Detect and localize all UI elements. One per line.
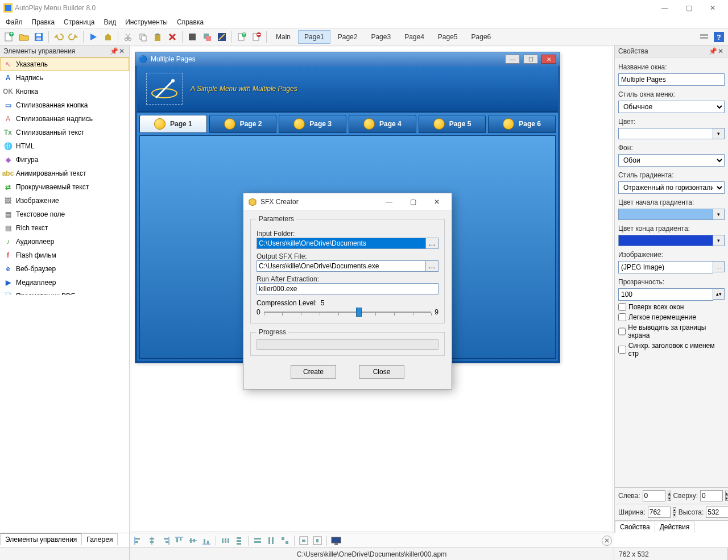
preview-tab[interactable]: Page 2 — [209, 115, 277, 133]
tab-actions[interactable]: Действия — [655, 521, 695, 533]
menu-style-select[interactable]: Обычное — [618, 101, 725, 113]
close-align-button[interactable]: ✕ — [602, 536, 612, 546]
menu-edit[interactable]: Правка — [27, 17, 60, 27]
align-vcenter-button[interactable] — [187, 535, 199, 546]
output-file-field[interactable] — [257, 260, 426, 272]
browse-output-button[interactable]: … — [426, 260, 439, 272]
tool-item[interactable]: abcАнимированный текст — [0, 167, 129, 180]
delpage-button[interactable] — [250, 30, 263, 44]
left-dim-spinner[interactable]: ▴▾ — [668, 491, 671, 501]
align-left-button[interactable] — [132, 535, 144, 546]
delete-button[interactable] — [166, 30, 179, 44]
height-dim-field[interactable] — [706, 507, 728, 518]
window-list-button[interactable] — [697, 30, 711, 44]
preview-titlebar[interactable]: 🔵 Multiple Pages — ☐ ✕ — [135, 52, 560, 66]
options-button[interactable] — [215, 30, 229, 44]
new-button[interactable]: + — [2, 30, 16, 44]
maximize-button[interactable]: ▢ — [677, 0, 701, 16]
color-dropdown[interactable]: ▾ — [713, 128, 725, 139]
preview-close-button[interactable]: ✕ — [541, 55, 556, 64]
color-swatch[interactable] — [618, 128, 713, 139]
window-name-field[interactable] — [618, 73, 725, 86]
topmost-checkbox[interactable] — [618, 303, 626, 311]
menu-view[interactable]: Вид — [99, 17, 121, 27]
tool-item[interactable]: fFlash фильм — [0, 248, 129, 262]
preview-tab[interactable]: Page 6 — [488, 115, 556, 133]
pagetab-main[interactable]: Main — [270, 30, 297, 44]
same-size-button[interactable] — [279, 535, 291, 546]
test-screen-button[interactable] — [330, 535, 342, 546]
tool-item[interactable]: eВеб-браузер — [0, 262, 129, 276]
align-right-button[interactable] — [159, 535, 172, 546]
props-button[interactable] — [185, 30, 199, 44]
align-top-button[interactable] — [173, 535, 185, 546]
grad-end-dropdown[interactable]: ▾ — [713, 235, 725, 246]
tool-item[interactable]: ♪Аудиоплеер — [0, 235, 129, 248]
tool-item[interactable]: 🖼Изображение — [0, 194, 129, 208]
build-button[interactable] — [101, 30, 115, 44]
image-field[interactable] — [618, 261, 713, 273]
center-v-button[interactable] — [311, 535, 324, 546]
bringfront-button[interactable] — [200, 30, 214, 44]
save-button[interactable] — [32, 30, 46, 44]
copy-button[interactable] — [136, 30, 150, 44]
top-dim-field[interactable] — [700, 490, 723, 501]
pagetab-page6[interactable]: Page6 — [465, 30, 498, 44]
compression-slider[interactable] — [264, 307, 432, 317]
close-icon[interactable]: ✕ — [717, 47, 725, 55]
preview-min-button[interactable]: — — [505, 55, 520, 64]
tool-item[interactable]: ◆Фигура — [0, 153, 129, 167]
align-bottom-button[interactable] — [200, 535, 213, 546]
tool-item[interactable]: 🌐HTML — [0, 139, 129, 153]
cut-button[interactable] — [121, 30, 135, 44]
tool-item[interactable]: ↖Указатель — [0, 57, 129, 71]
pin-icon[interactable]: 📌 — [110, 47, 118, 55]
opacity-spinner[interactable]: ▴▾ — [713, 288, 725, 300]
tab-controls[interactable]: Элементы управления — [0, 533, 82, 545]
tool-item[interactable]: OKКнопка — [0, 85, 129, 98]
pagetab-page3[interactable]: Page3 — [365, 30, 397, 44]
bg-select[interactable]: Обои — [618, 154, 725, 167]
same-width-button[interactable] — [251, 535, 264, 546]
close-icon[interactable]: ✕ — [118, 47, 126, 55]
offscreen-checkbox[interactable] — [618, 327, 626, 335]
tab-gallery[interactable]: Галерея — [81, 533, 118, 545]
grad-style-select[interactable]: Отраженный по горизонтали — [618, 181, 725, 194]
tab-properties[interactable]: Свойства — [615, 521, 655, 533]
open-button[interactable] — [17, 30, 31, 44]
opacity-field[interactable] — [618, 288, 713, 301]
pagetab-page2[interactable]: Page2 — [332, 30, 364, 44]
preview-max-button[interactable]: ☐ — [523, 55, 538, 64]
width-dim-spinner[interactable]: ▴▾ — [673, 507, 676, 517]
sfx-minimize-button[interactable]: — — [379, 193, 399, 210]
tool-item[interactable]: AНадпись — [0, 71, 129, 85]
easymove-checkbox[interactable] — [618, 313, 626, 321]
browse-input-button[interactable]: … — [426, 238, 439, 249]
preview-tab[interactable]: Page 4 — [349, 115, 416, 133]
tool-item[interactable]: ▤Текстовое поле — [0, 208, 129, 221]
addpage-button[interactable]: + — [235, 30, 249, 44]
grad-start-dropdown[interactable]: ▾ — [713, 209, 725, 220]
pagetab-page4[interactable]: Page4 — [398, 30, 431, 44]
close-dialog-button[interactable]: Close — [359, 365, 404, 379]
tool-item[interactable]: ▭Стилизованная кнопка — [0, 98, 129, 112]
help-button[interactable]: ? — [712, 30, 726, 44]
menu-file[interactable]: Файл — [1, 17, 27, 27]
sfx-close-button[interactable]: ✕ — [427, 193, 447, 210]
align-hcenter-button[interactable] — [146, 535, 158, 546]
run-button[interactable] — [86, 30, 100, 44]
grad-start-swatch[interactable] — [618, 209, 713, 220]
tool-item[interactable]: ▶Медиаплеер — [0, 276, 129, 289]
center-h-button[interactable] — [297, 535, 310, 546]
minimize-button[interactable]: — — [653, 0, 677, 16]
preview-tab[interactable]: Page 1 — [139, 115, 207, 133]
preview-tab[interactable]: Page 5 — [419, 115, 486, 133]
undo-button[interactable] — [52, 30, 65, 44]
same-height-button[interactable] — [265, 535, 278, 546]
menu-help[interactable]: Справка — [172, 17, 208, 27]
run-after-field[interactable] — [257, 283, 439, 294]
distribute-h-button[interactable] — [219, 535, 231, 546]
tool-item[interactable]: ▤Rich текст — [0, 221, 129, 235]
tool-item[interactable]: 📄Просмотрщик PDF — [0, 289, 129, 295]
top-dim-spinner[interactable]: ▴▾ — [725, 491, 728, 501]
